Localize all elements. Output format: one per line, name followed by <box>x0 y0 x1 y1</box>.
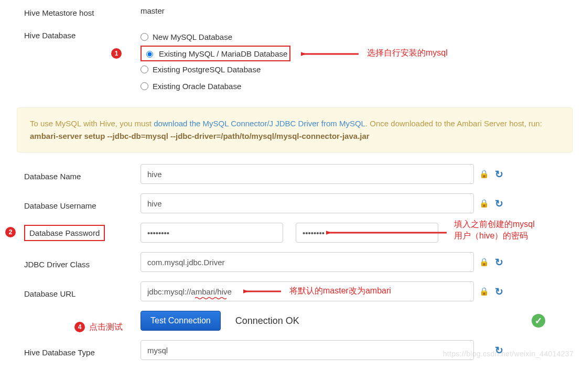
row-test-conn: 4 点击测试 Test Connection Connection OK ✓ <box>4 311 573 331</box>
label-db-url: Database URL <box>4 285 141 298</box>
annot-text-2a: 填入之前创建的mysql <box>454 220 535 228</box>
annot-dot-2: 2 <box>5 227 16 237</box>
radio-existing-oracle[interactable]: Existing Oracle Database <box>141 78 573 94</box>
radio-label-existing-mysql: Existing MySQL / MariaDB Database <box>159 49 287 58</box>
input-db-name[interactable] <box>141 164 474 184</box>
label-db-pass: Database Password <box>24 225 105 241</box>
input-db-user[interactable] <box>141 193 474 213</box>
radio-existing-mysql[interactable]: Existing MySQL / MariaDB Database <box>141 46 290 61</box>
row-db-user: Database Username 🔒 ↻ <box>4 193 573 213</box>
label-db-type: Hive Database Type <box>4 344 141 357</box>
radio-input-existing-mysql[interactable] <box>146 51 153 58</box>
status-conn-text: Connection OK <box>235 315 299 326</box>
lock-icon: 🔒 <box>479 257 489 267</box>
input-db-type[interactable] <box>141 340 474 360</box>
test-connection-button[interactable]: Test Connection <box>141 311 221 331</box>
info-box-mysql: To use MySQL with Hive, you must downloa… <box>17 107 573 153</box>
radio-existing-postgres[interactable]: Existing PostgreSQL Database <box>141 61 573 77</box>
info-tail1: . Once downloaded to the Ambari Server h… <box>365 119 542 128</box>
refresh-icon[interactable]: ↻ <box>494 286 504 298</box>
annot-text-2b: 用户（hive）的密码 <box>454 231 528 240</box>
annot-arrow-2 <box>326 227 452 238</box>
info-link-mysql-connector[interactable]: download the MySQL Connector/J JDBC Driv… <box>154 119 365 128</box>
radio-input-existing-postgres[interactable] <box>141 66 148 73</box>
input-driver-class[interactable] <box>141 252 474 272</box>
annot-dot-4: 4 <box>74 322 85 332</box>
check-ok-icon: ✓ <box>532 314 545 328</box>
row-hive-database: Hive Database New MySQL Database 1 Exist… <box>4 29 573 95</box>
info-lead: To use MySQL with Hive, you must <box>30 119 154 128</box>
row-db-pass: 2 Database Password 填入之前创建的mysql 用户（hive… <box>4 223 573 243</box>
spell-underline-icon <box>195 297 228 300</box>
refresh-icon[interactable]: ↻ <box>494 256 504 268</box>
refresh-icon[interactable]: ↻ <box>494 168 504 180</box>
radio-label-new-mysql: New MySQL Database <box>153 32 232 41</box>
label-db-name: Database Name <box>4 168 141 181</box>
radio-new-mysql[interactable]: New MySQL Database <box>141 29 573 45</box>
refresh-icon[interactable]: ↻ <box>494 198 504 210</box>
label-hive-database: Hive Database <box>4 29 141 40</box>
lock-icon: 🔒 <box>479 287 489 296</box>
annot-text-1: 选择自行安装的mysql <box>367 48 448 59</box>
watermark: https://blog.csdn.net/weixin_44014237 <box>443 350 574 358</box>
lock-icon: 🔒 <box>479 199 489 208</box>
row-driver-class: JDBC Driver Class 🔒 ↻ <box>4 252 573 272</box>
annot-arrow-3 <box>243 286 285 297</box>
annot-text-4: 点击测试 <box>89 322 123 333</box>
info-cmd: ambari-server setup --jdbc-db=mysql --jd… <box>30 132 370 140</box>
input-db-pass[interactable] <box>141 223 283 243</box>
row-db-name: Database Name 🔒 ↻ <box>4 164 573 184</box>
row-db-url: Database URL 3 将默认的master改为ambari 🔒 ↻ <box>4 281 573 301</box>
row-metastore-host: Hive Metastore host master <box>4 6 573 17</box>
label-driver-class: JDBC Driver Class <box>4 256 141 269</box>
radio-label-existing-oracle: Existing Oracle Database <box>153 82 241 91</box>
radio-input-new-mysql[interactable] <box>141 33 148 41</box>
label-metastore-host: Hive Metastore host <box>4 6 141 17</box>
lock-icon: 🔒 <box>479 169 489 179</box>
radio-input-existing-oracle[interactable] <box>141 82 148 90</box>
annot-dot-1: 1 <box>111 48 122 59</box>
radio-label-existing-postgres: Existing PostgreSQL Database <box>153 65 261 74</box>
label-db-user: Database Username <box>4 197 141 210</box>
value-metastore-host: master <box>141 6 165 15</box>
annot-text-3: 将默认的master改为ambari <box>289 286 391 297</box>
